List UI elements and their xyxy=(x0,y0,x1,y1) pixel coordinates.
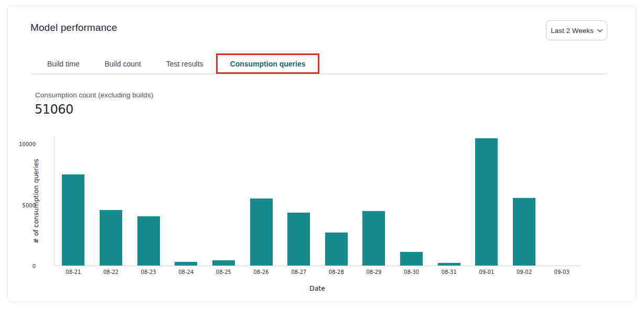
y-tick-label: 0 xyxy=(4,263,36,269)
bar-slot-08-25: 08-25 xyxy=(205,137,243,266)
x-tick-label: 09-02 xyxy=(506,269,543,275)
x-tick-label: 08-23 xyxy=(130,269,167,275)
bar-slot-08-27: 08-27 xyxy=(280,137,318,266)
x-tick-label: 08-21 xyxy=(55,269,92,275)
bar-slot-08-23: 08-23 xyxy=(130,137,167,266)
x-tick-label: 08-27 xyxy=(280,269,318,275)
bar-slot-08-31: 08-31 xyxy=(430,137,468,266)
bar-08-24 xyxy=(175,262,197,266)
bar-08-26 xyxy=(250,198,273,266)
x-tick-label: 09-01 xyxy=(468,269,506,275)
x-tick-label: 09-03 xyxy=(543,269,581,275)
consumption-queries-chart: # of consumption queries 0500010000 08-2… xyxy=(8,6,636,302)
bar-08-31 xyxy=(438,263,460,266)
bar-slot-08-26: 08-26 xyxy=(242,137,280,266)
bar-08-29 xyxy=(362,211,385,266)
bar-slot-08-30: 08-30 xyxy=(393,137,431,266)
bar-slot-08-21: 08-21 xyxy=(55,137,92,266)
bar-09-02 xyxy=(513,198,535,266)
x-tick-label: 08-28 xyxy=(317,269,355,275)
y-axis-title: # of consumption queries xyxy=(32,157,40,246)
model-performance-card: Model performance Last 2 Weeks Build tim… xyxy=(7,5,637,302)
x-tick-label: 08-31 xyxy=(430,269,468,275)
bar-08-27 xyxy=(287,213,310,266)
x-tick-label: 08-24 xyxy=(167,269,205,275)
bar-slot-09-01: 09-01 xyxy=(468,137,506,266)
y-tick-label: 10000 xyxy=(4,141,36,147)
bar-slot-09-02: 09-02 xyxy=(506,137,543,266)
bar-08-21 xyxy=(62,174,84,266)
bar-08-23 xyxy=(137,216,160,266)
bar-slot-08-24: 08-24 xyxy=(167,137,205,266)
bar-08-30 xyxy=(400,252,423,266)
y-tick-label: 5000 xyxy=(4,202,36,208)
x-tick-label: 08-22 xyxy=(92,269,130,275)
x-tick-label: 08-25 xyxy=(205,269,243,275)
bar-slot-08-29: 08-29 xyxy=(355,137,393,266)
bar-08-25 xyxy=(212,260,235,266)
bar-slot-08-22: 08-22 xyxy=(92,137,130,266)
bar-08-22 xyxy=(100,210,122,266)
x-tick-label: 08-26 xyxy=(242,269,280,275)
x-axis-title: Date xyxy=(54,284,581,292)
plot-area: 08-2108-2208-2308-2408-2508-2608-2708-28… xyxy=(54,137,581,266)
bar-slot-08-28: 08-28 xyxy=(317,137,355,266)
x-tick-label: 08-30 xyxy=(393,269,431,275)
bar-09-01 xyxy=(475,138,498,266)
bar-08-28 xyxy=(325,233,348,266)
bar-slot-09-03: 09-03 xyxy=(543,137,581,266)
x-tick-label: 08-29 xyxy=(355,269,393,275)
